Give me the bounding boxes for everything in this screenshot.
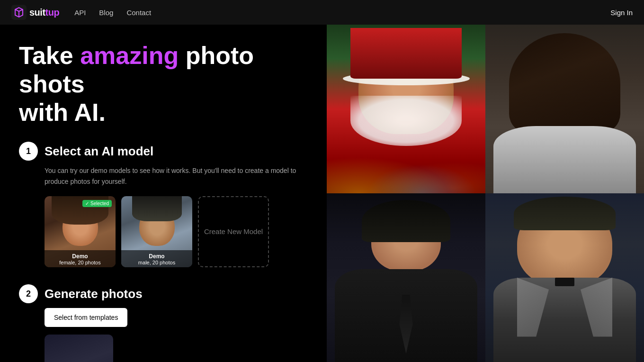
santa-beard-detail <box>350 96 462 146</box>
photo-santa-man <box>327 25 485 193</box>
step-2-header: 2 Generate photos <box>19 284 308 303</box>
tux-man-hair <box>514 197 615 230</box>
photo-woman-silver <box>485 25 644 193</box>
model-male-label: Demo male, 20 photos <box>121 250 192 267</box>
select-templates-button[interactable]: Select from templates <box>45 308 127 327</box>
main-nav: API Blog Contact <box>74 9 151 17</box>
step-1-number: 1 <box>19 142 38 161</box>
hero-title: Take amazing photo shots <box>19 42 308 99</box>
photo-tux-man <box>485 193 644 362</box>
hero-amazing-word: amazing <box>80 42 179 69</box>
tux-bowtie <box>555 278 574 286</box>
main-container: Take amazing photo shots with AI. 1 Sele… <box>0 25 644 362</box>
app-header: suittup API Blog Contact Sign In <box>0 0 644 25</box>
step-2-title: Generate photos <box>45 287 143 301</box>
step-2-number: 2 <box>19 284 38 303</box>
nav-api[interactable]: API <box>74 9 86 17</box>
model-card-male-inner: Demo male, 20 photos <box>121 196 192 267</box>
woman-sweater-detail <box>493 126 636 193</box>
step-1-description: You can try our demo models to see how i… <box>19 165 308 187</box>
step-1-header: 1 Select an AI model <box>19 142 308 161</box>
photo-gallery <box>327 25 644 362</box>
nav-contact[interactable]: Contact <box>126 9 151 17</box>
nav-blog[interactable]: Blog <box>99 9 113 17</box>
step-1-block: 1 Select an AI model You can try our dem… <box>19 142 308 267</box>
logo[interactable]: suittup <box>11 5 59 20</box>
template-preview-card[interactable]: Select a Template <box>45 335 113 362</box>
santa-fur-detail <box>343 72 470 85</box>
suit-man-hair <box>362 200 451 242</box>
header-left: suittup API Blog Contact <box>11 5 151 20</box>
step-1-title: Select an AI model <box>45 144 153 159</box>
photo-suit-man <box>327 193 485 362</box>
tux-body <box>493 278 636 362</box>
model-cards-container: ✓ Selected Demo female, 20 photos <box>19 196 308 267</box>
sign-in-button[interactable]: Sign In <box>610 9 633 17</box>
selected-badge: ✓ Selected <box>82 200 112 207</box>
logo-text: suittup <box>29 7 59 18</box>
christmas-lights <box>327 143 485 193</box>
hero-subtitle: with AI. <box>19 99 308 127</box>
model-card-demo-male[interactable]: Demo male, 20 photos <box>121 196 192 267</box>
logo-icon <box>11 5 27 20</box>
create-new-model-card[interactable]: Create New Model <box>198 196 269 267</box>
left-panel: Take amazing photo shots with AI. 1 Sele… <box>0 25 327 362</box>
model-female-label: Demo female, 20 photos <box>45 250 116 267</box>
checkmark-icon: ✓ <box>85 201 89 206</box>
create-new-label: Create New Model <box>199 222 268 242</box>
step-2-block: 2 Generate photos Select from templates … <box>19 284 308 362</box>
model-card-demo-female[interactable]: ✓ Selected Demo female, 20 photos <box>45 196 116 267</box>
woman-hair-detail <box>509 33 620 135</box>
santa-pompom-detail <box>427 28 446 41</box>
model-card-female-inner: ✓ Selected Demo female, 20 photos <box>45 196 116 267</box>
template-overlay: Select a Template <box>45 335 113 362</box>
